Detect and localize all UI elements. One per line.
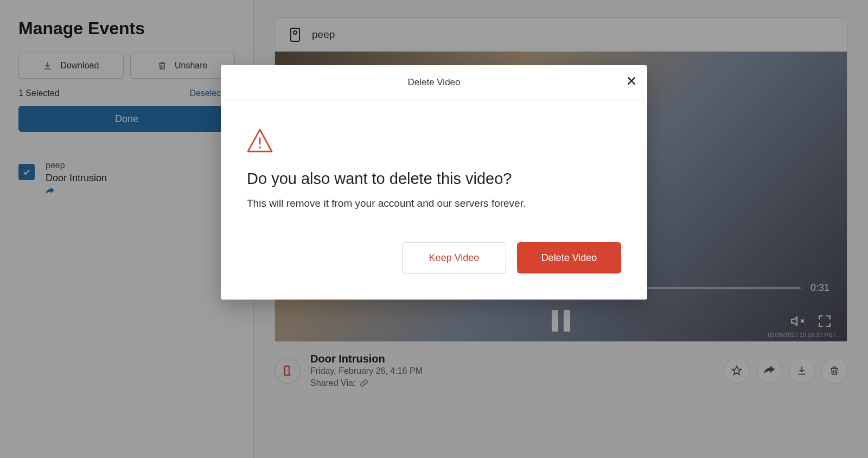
modal-footer: Keep Video Delete Video [221, 220, 647, 300]
keep-video-button[interactable]: Keep Video [402, 242, 506, 273]
delete-video-modal: Delete Video Do you also want to delete … [221, 65, 647, 300]
modal-header: Delete Video [221, 65, 647, 100]
svg-point-1 [259, 147, 261, 149]
modal-description: This will remove it from your account an… [247, 198, 621, 209]
warning-icon [247, 129, 273, 152]
modal-overlay[interactable]: Delete Video Do you also want to delete … [0, 0, 868, 458]
modal-question: Do you also want to delete this video? [247, 170, 621, 188]
modal-title: Delete Video [407, 77, 460, 87]
close-button[interactable] [626, 75, 637, 90]
modal-body: Do you also want to delete this video? T… [221, 100, 647, 220]
delete-video-button[interactable]: Delete Video [517, 242, 621, 273]
close-icon [626, 75, 637, 87]
